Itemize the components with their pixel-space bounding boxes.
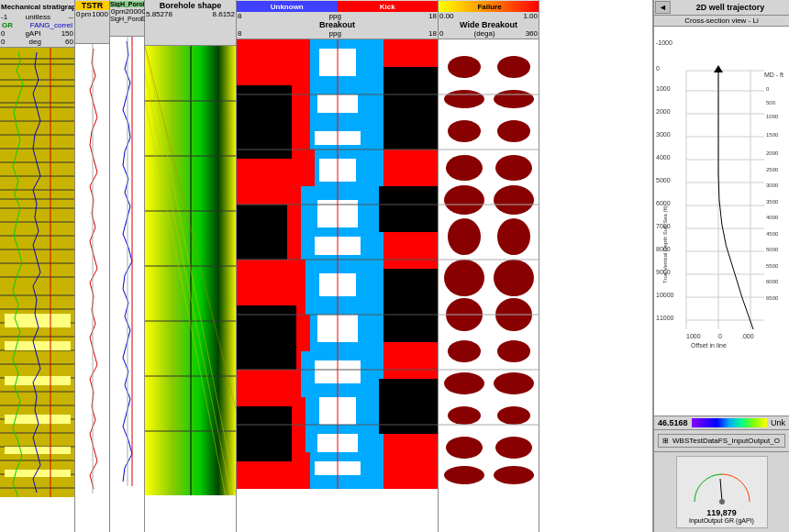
breakout-min: 8 — [238, 29, 241, 38]
sigh-header: SigH_PoroElastic_2 0 pm 20000 SigH_PoroE… — [110, 0, 144, 37]
mech-strat-svg — [0, 48, 74, 497]
svg-text:2000: 2000 — [656, 108, 671, 115]
mech-range-min: -1 — [1, 13, 7, 21]
svg-rect-72 — [237, 406, 292, 461]
track-kick: Unknown Kick 8 ppg 18 Breakout 8 ppg 18 — [237, 0, 439, 532]
sigh-unit: pm — [115, 7, 125, 16]
track-sigh: SigH_PoroElastic_2 0 pm 20000 SigH_PoroE… — [110, 0, 145, 532]
svg-rect-36 — [5, 341, 71, 350]
svg-point-103 — [448, 218, 481, 255]
taskbar-icon: ⊞ — [662, 437, 669, 445]
wide-breakout-range: 0 (dega) 360 — [439, 29, 539, 38]
svg-text:1500: 1500 — [766, 132, 779, 138]
svg-point-106 — [448, 340, 481, 362]
svg-text:3000: 3000 — [656, 131, 671, 138]
svg-rect-0 — [0, 48, 74, 497]
svg-text:5000: 5000 — [766, 247, 779, 252]
wb-max: 360 — [526, 29, 538, 38]
trajectory-area: -1000 0 1000 2000 3000 4000 5000 6000 70… — [654, 27, 789, 416]
track-mech-strat: Mechanical stratigraphy -1 unitless -- G… — [0, 0, 75, 532]
svg-text:0: 0 — [656, 65, 660, 72]
fang-min: 0 — [1, 38, 5, 46]
kick-unit: ppg — [329, 12, 341, 20]
gr-unit: gAPI — [25, 29, 40, 38]
svg-text:10000: 10000 — [656, 292, 674, 298]
unk-label: Unk — [771, 418, 785, 427]
sigh-svg — [110, 37, 144, 486]
svg-point-110 — [444, 466, 484, 484]
kick-label: Kick — [380, 3, 395, 11]
svg-point-112 — [494, 90, 534, 108]
svg-point-121 — [497, 406, 530, 425]
tstr-title: TSTR — [75, 1, 109, 10]
svg-text:MD - ft: MD - ft — [764, 72, 783, 78]
gr-range-row: 0 gAPI 150 — [0, 29, 74, 38]
wb-min: 0 — [439, 29, 443, 38]
sigh-body — [110, 37, 144, 532]
svg-point-102 — [444, 185, 484, 215]
sigh-max: 20000 — [126, 7, 146, 16]
tstr-unit: pm — [81, 10, 91, 18]
svg-point-104 — [444, 260, 484, 296]
right-panel-title: 2D well trajectory — [672, 3, 789, 12]
svg-rect-76 — [379, 379, 438, 434]
svg-text:-1000: -1000 — [656, 39, 672, 46]
svg-point-116 — [497, 218, 530, 255]
fang-label: FANG_correl — [30, 21, 72, 29]
svg-point-119 — [497, 340, 530, 362]
svg-text:3000: 3000 — [766, 183, 779, 188]
svg-rect-74 — [379, 186, 438, 232]
svg-line-181 — [720, 479, 722, 502]
svg-text:11000: 11000 — [656, 315, 674, 321]
svg-text:Offset in line: Offset in line — [691, 342, 727, 349]
svg-text:4000: 4000 — [656, 154, 671, 161]
breakout-range: 8 ppg 18 — [237, 29, 438, 38]
breakout-label: Breakout — [237, 20, 438, 29]
fang-max: 60 — [65, 38, 73, 46]
svg-point-114 — [495, 155, 532, 181]
svg-text:6000: 6000 — [656, 200, 671, 206]
taskbar-item[interactable]: ⊞ WBSTestDataFS_InputOutput_O — [658, 434, 785, 448]
svg-point-111 — [497, 56, 530, 78]
color-spectrum-bar — [692, 418, 767, 427]
borehole-min: 5.85278 — [146, 10, 172, 18]
svg-point-117 — [494, 260, 534, 296]
gr-label: GR — [2, 21, 13, 29]
value-display: 46.5168 — [658, 418, 688, 427]
svg-text:5000: 5000 — [656, 177, 671, 183]
tstr-header: TSTR 0 pm 1000 — [75, 0, 109, 44]
trajectory-svg: -1000 0 1000 2000 3000 4000 5000 6000 70… — [654, 27, 789, 375]
tstr-range: 0 pm 1000 — [75, 10, 109, 18]
track-mech-header: Mechanical stratigraphy -1 unitless -- G… — [0, 0, 74, 48]
failure-label: Failure — [475, 3, 501, 11]
failure-max: 1.00 — [523, 12, 538, 20]
borehole-header: Borehole shape 5.85278 8.6152 — [145, 0, 236, 46]
borehole-body — [145, 46, 236, 532]
scroll-left-button[interactable]: ◄ — [655, 1, 671, 14]
borehole-title: Borehole shape — [145, 1, 236, 10]
borehole-svg — [145, 46, 236, 495]
svg-text:2000: 2000 — [766, 150, 779, 156]
kick-min: 8 — [238, 12, 241, 20]
svg-point-109 — [446, 437, 483, 459]
svg-text:1000: 1000 — [766, 114, 779, 119]
mech-body — [0, 48, 74, 532]
track-borehole: Borehole shape 5.85278 8.6152 — [145, 0, 237, 532]
kick-max: 18 — [428, 12, 437, 20]
borehole-range: 5.85278 8.6152 — [145, 10, 236, 18]
svg-text:1000: 1000 — [656, 85, 671, 92]
gr-max: 150 — [61, 29, 73, 38]
svg-point-101 — [446, 155, 483, 181]
svg-point-98 — [448, 56, 481, 78]
failure-body — [439, 39, 539, 532]
svg-text:500: 500 — [766, 100, 776, 105]
breakout-unit: ppg — [329, 29, 341, 38]
svg-rect-37 — [5, 376, 71, 385]
svg-point-113 — [497, 120, 530, 142]
svg-point-100 — [448, 120, 481, 142]
svg-text:4500: 4500 — [766, 231, 779, 237]
panels-area: Mechanical stratigraphy -1 unitless -- G… — [0, 0, 653, 532]
mech-range-row: -1 unitless -- — [0, 13, 74, 21]
tstr-max: 1000 — [92, 10, 108, 18]
gauge-svg — [685, 460, 759, 506]
